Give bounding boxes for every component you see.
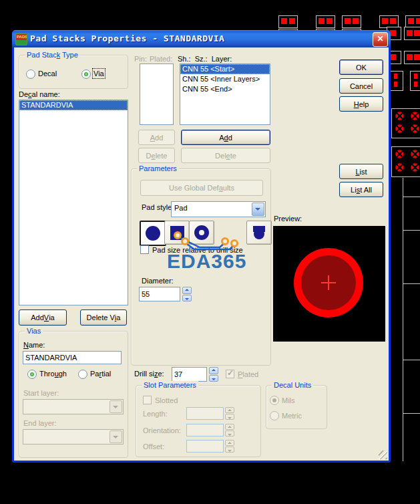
smd-pad-group xyxy=(404,27,420,40)
thermal-pad xyxy=(395,163,404,172)
pad-preview xyxy=(273,226,385,342)
through-radio[interactable] xyxy=(27,370,37,379)
group-title: Pad Stack Type xyxy=(25,51,80,59)
smd-pad-group xyxy=(342,15,361,28)
pads-application-screen: PADS Pad Stacks Properties - STANDARDVIA… xyxy=(0,0,420,504)
start-layer-combo xyxy=(23,399,124,414)
chevron-down-icon xyxy=(252,203,264,216)
plated-column-label: Plated: xyxy=(150,55,172,63)
decal-name-label: Decal name: xyxy=(19,90,60,98)
spin-up-icon[interactable] xyxy=(209,367,218,374)
thermal-pad xyxy=(411,124,419,133)
help-button[interactable]: Help xyxy=(339,96,383,112)
plated-checkbox: ✓ xyxy=(226,370,234,378)
pin-label: Pin: xyxy=(134,55,147,63)
list-button[interactable]: List xyxy=(339,164,383,179)
drill-size-label: Drill size: xyxy=(134,370,164,378)
thermal-pad xyxy=(411,112,419,120)
plated-label: Plated xyxy=(238,370,258,378)
length-label: Length: xyxy=(143,410,168,418)
add-via-button[interactable]: Add Via xyxy=(19,309,67,326)
length-input xyxy=(186,407,224,420)
spin-down-icon[interactable] xyxy=(209,375,218,382)
spin-down-icon[interactable] xyxy=(182,295,192,302)
preview-label: Preview: xyxy=(274,215,302,223)
pad-style-value: Pad xyxy=(174,204,188,212)
smd-pad-group xyxy=(404,51,420,64)
pcb-trace-line xyxy=(403,230,420,231)
dialog-body: Pad Stack Type Decal Via Decal name: STA… xyxy=(14,47,389,461)
decal-name-list[interactable]: STANDARDVIA xyxy=(19,100,128,305)
layer-list-item[interactable]: CNN 55 <Inner Layers> xyxy=(180,74,270,84)
pad-stacks-properties-dialog: PADS Pad Stacks Properties - STANDARDVIA… xyxy=(12,30,391,463)
diameter-label: Diameter: xyxy=(142,277,174,285)
resize-grip[interactable] xyxy=(379,451,387,459)
thermal-pad xyxy=(395,150,404,158)
start-layer-label: Start layer: xyxy=(23,389,59,397)
decal-radio[interactable] xyxy=(26,70,35,79)
delete-via-button[interactable]: Delete Via xyxy=(80,309,127,326)
length-spinner xyxy=(225,407,234,420)
diameter-spinner[interactable] xyxy=(182,287,192,301)
eda365-watermark: EDA365 xyxy=(167,250,246,273)
list-all-button[interactable]: List All xyxy=(339,182,383,197)
group-title: Decal Units xyxy=(272,381,313,389)
metric-radio-label: Metric xyxy=(282,412,302,420)
group-title: Slot Parameters xyxy=(142,381,198,389)
via-name-label: Name: xyxy=(23,341,45,349)
orientation-label: Orientation: xyxy=(143,426,181,434)
partial-radio-label[interactable]: Partial xyxy=(90,370,111,378)
offset-input xyxy=(186,440,224,453)
decal-list-item[interactable]: STANDARDVIA xyxy=(19,100,128,110)
pin-list[interactable] xyxy=(140,64,174,125)
partial-radio[interactable] xyxy=(78,370,87,379)
thermal-pad xyxy=(395,124,404,133)
thermal-pad xyxy=(395,112,404,120)
decal-radio-label[interactable]: Decal xyxy=(38,70,57,78)
dialog-titlebar[interactable]: PADS Pad Stacks Properties - STANDARDVIA… xyxy=(12,30,391,47)
smd-pad-group xyxy=(390,71,403,91)
layer-list[interactable]: CNN 55 <Start> CNN 55 <Inner Layers> CNN… xyxy=(180,64,270,125)
group-title: Parameters xyxy=(137,164,179,172)
close-button[interactable]: ✕ xyxy=(373,32,388,47)
dialog-title: Pad Stacks Properties - STANDARDVIA xyxy=(30,33,224,43)
pad-stack-type-group: Pad Stack Type Decal Via xyxy=(19,55,128,89)
close-icon: ✕ xyxy=(377,34,383,43)
use-global-defaults-button: Use Global Defaults xyxy=(140,180,263,196)
mils-radio xyxy=(270,396,279,405)
layer-list-item[interactable]: CNN 55 <End> xyxy=(180,84,270,94)
check-icon: ✓ xyxy=(227,368,234,378)
layer-list-header: Sh.: Sz.: Layer: xyxy=(178,55,232,63)
smd-pad-group xyxy=(410,71,420,91)
crosshair-icon xyxy=(328,275,329,290)
drill-size-spinner[interactable] xyxy=(209,367,218,382)
via-radio-label[interactable]: Via xyxy=(93,70,104,78)
decal-units-group: Decal Units Mils Metric xyxy=(266,385,327,429)
diameter-input[interactable] xyxy=(139,287,180,301)
pads-app-icon: PADS xyxy=(15,33,27,45)
via-radio[interactable] xyxy=(81,70,91,79)
layer-list-item[interactable]: CNN 55 <Start> xyxy=(180,64,270,74)
pad-style-combo[interactable]: Pad xyxy=(171,201,266,217)
pcb-trace-line xyxy=(403,413,420,414)
pcb-trace-line xyxy=(403,197,420,197)
through-radio-label[interactable]: Through xyxy=(39,370,67,378)
pcb-trace-line xyxy=(403,178,403,461)
slotted-checkbox xyxy=(143,396,152,404)
spin-up-icon[interactable] xyxy=(182,287,192,294)
thermal-pad xyxy=(411,163,419,172)
orientation-input xyxy=(186,424,224,436)
pin-delete-button: Delete xyxy=(138,148,175,163)
vias-group: Vias Name: Through Partial Start layer: … xyxy=(19,331,128,458)
chevron-down-icon xyxy=(110,400,122,413)
drill-size-input[interactable] xyxy=(172,367,207,382)
group-title: Vias xyxy=(25,327,43,335)
ok-button[interactable]: OK xyxy=(339,59,383,75)
via-name-input[interactable] xyxy=(23,351,122,364)
slot-parameters-group: Slot Parameters Slotted Length: Orientat… xyxy=(136,385,261,457)
layer-delete-button: Delete xyxy=(181,148,270,163)
cancel-button[interactable]: Cancel xyxy=(339,78,383,94)
mils-radio-label: Mils xyxy=(282,396,295,404)
end-layer-combo xyxy=(23,429,124,445)
layer-add-button[interactable]: Add xyxy=(181,130,270,145)
